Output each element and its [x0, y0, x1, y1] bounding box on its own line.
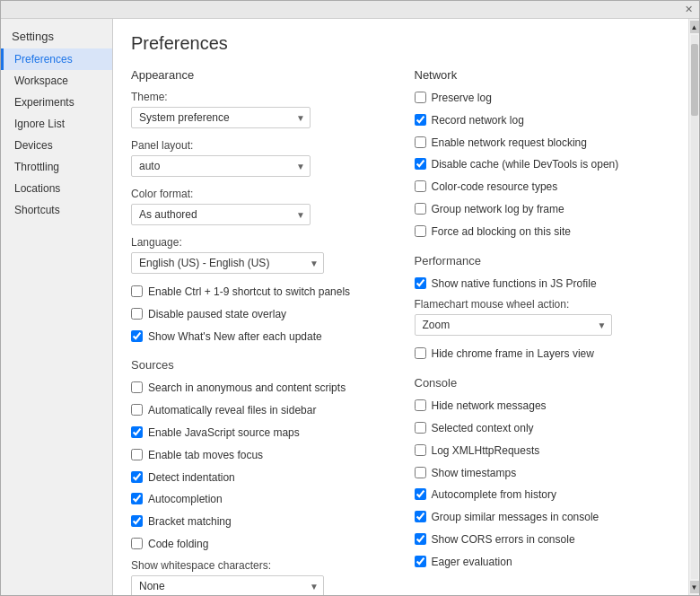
panel-layout-label: Panel layout:	[131, 139, 388, 152]
color-code-resources-label: Color-code resource types	[432, 180, 558, 195]
selected-context-only-checkbox[interactable]	[415, 422, 426, 434]
scroll-down-button[interactable]: ▼	[690, 581, 699, 593]
show-cors-errors-row: Show CORS errors in console	[415, 532, 671, 548]
ctrl-shortcut-checkbox[interactable]	[131, 285, 143, 297]
sidebar: Settings Preferences Workspace Experimen…	[1, 19, 113, 595]
group-similar-checkbox[interactable]	[415, 511, 426, 522]
appearance-title: Appearance	[131, 68, 388, 82]
right-column: Network Preserve log Record network log …	[415, 68, 671, 595]
flamechart-select-wrapper: Zoom Scroll ▼	[415, 314, 612, 336]
code-folding-checkbox[interactable]	[131, 538, 143, 549]
autocomplete-history-checkbox[interactable]	[415, 488, 426, 500]
close-button[interactable]: ✕	[681, 4, 696, 15]
sidebar-item-workspace[interactable]: Workspace	[1, 70, 112, 92]
panel-layout-select-wrapper: auto horizontal vertical ▼	[131, 155, 311, 177]
detect-indentation-checkbox[interactable]	[131, 471, 143, 483]
show-timestamps-label: Show timestamps	[432, 466, 517, 481]
force-ad-blocking-label: Force ad blocking on this site	[432, 224, 571, 240]
language-select-wrapper: English (US) - English (US) ▼	[131, 252, 324, 274]
panel-layout-select[interactable]: auto horizontal vertical	[131, 155, 311, 177]
page-title: Preferences	[131, 33, 670, 54]
enable-request-blocking-label: Enable network request blocking	[432, 136, 587, 151]
show-timestamps-checkbox[interactable]	[415, 467, 426, 478]
selected-context-only-label: Selected context only	[432, 421, 534, 436]
hide-chrome-frame-row: Hide chrome frame in Layers view	[415, 346, 671, 362]
color-format-label: Color format:	[131, 188, 388, 200]
scrollbar[interactable]: ▲ ▼	[688, 19, 699, 595]
flamechart-select[interactable]: Zoom Scroll	[415, 314, 612, 336]
ctrl-shortcut-label: Enable Ctrl + 1-9 shortcut to switch pan…	[148, 285, 350, 300]
sidebar-item-experiments[interactable]: Experiments	[1, 92, 112, 113]
group-similar-label: Group similar messages in console	[432, 510, 599, 525]
sidebar-item-ignore-list[interactable]: Ignore List	[1, 113, 112, 135]
color-format-select-wrapper: As authored HEX RGB HSL ▼	[131, 204, 311, 225]
whitespace-select-wrapper: None Trailing All ▼	[131, 575, 324, 595]
hide-network-messages-label: Hide network messages	[432, 399, 547, 414]
show-timestamps-row: Show timestamps	[415, 466, 671, 481]
language-select[interactable]: English (US) - English (US)	[131, 252, 324, 274]
tab-moves-focus-label: Enable tab moves focus	[148, 448, 263, 463]
left-column: Appearance Theme: System preference Ligh…	[131, 68, 388, 595]
disable-paused-checkbox[interactable]	[131, 308, 143, 320]
scroll-up-button[interactable]: ▲	[690, 21, 699, 33]
sidebar-item-locations[interactable]: Locations	[1, 178, 112, 199]
disable-cache-checkbox[interactable]	[415, 158, 426, 170]
log-xmlhttp-checkbox[interactable]	[415, 444, 426, 456]
console-title: Console	[415, 376, 671, 390]
sidebar-item-throttling[interactable]: Throttling	[1, 156, 112, 178]
js-source-maps-checkbox[interactable]	[131, 426, 143, 438]
title-bar: ✕	[1, 1, 699, 19]
code-folding-label: Code folding	[148, 537, 208, 552]
preserve-log-checkbox[interactable]	[415, 92, 426, 103]
autocompletion-label: Autocompletion	[148, 492, 223, 507]
autocompletion-checkbox[interactable]	[131, 493, 143, 504]
autocompletion-row: Autocompletion	[131, 492, 388, 507]
search-anonymous-checkbox[interactable]	[131, 381, 143, 393]
bracket-matching-label: Bracket matching	[148, 514, 232, 530]
hide-chrome-frame-checkbox[interactable]	[415, 347, 426, 359]
main-content: Preferences Appearance Theme: System pre…	[113, 19, 699, 595]
disable-cache-label: Disable cache (while DevTools is open)	[432, 157, 619, 172]
show-native-functions-checkbox[interactable]	[415, 277, 426, 289]
auto-reveal-checkbox[interactable]	[131, 404, 143, 416]
sidebar-item-shortcuts[interactable]: Shortcuts	[1, 199, 112, 221]
enable-request-blocking-row: Enable network request blocking	[415, 136, 671, 151]
sidebar-title: Settings	[1, 22, 112, 48]
auto-reveal-label: Automatically reveal files in sidebar	[148, 403, 316, 418]
theme-label: Theme:	[131, 91, 388, 103]
theme-select[interactable]: System preference Light Dark	[131, 107, 311, 128]
force-ad-blocking-checkbox[interactable]	[415, 225, 426, 237]
bracket-matching-checkbox[interactable]	[131, 515, 143, 527]
group-network-log-checkbox[interactable]	[415, 203, 426, 215]
eager-evaluation-checkbox[interactable]	[415, 556, 426, 567]
disable-cache-row: Disable cache (while DevTools is open)	[415, 157, 671, 172]
ctrl-shortcut-row: Enable Ctrl + 1-9 shortcut to switch pan…	[131, 285, 388, 300]
scroll-track[interactable]	[691, 35, 698, 579]
disable-paused-label: Disable paused state overlay	[148, 307, 286, 322]
record-network-log-label: Record network log	[432, 113, 524, 128]
search-anonymous-row: Search in anonymous and content scripts	[131, 381, 388, 396]
js-source-maps-label: Enable JavaScript source maps	[148, 425, 300, 441]
settings-scrollable[interactable]: Preferences Appearance Theme: System pre…	[113, 19, 688, 595]
color-format-select[interactable]: As authored HEX RGB HSL	[131, 204, 311, 225]
flamechart-label: Flamechart mouse wheel action:	[415, 298, 671, 311]
enable-request-blocking-checkbox[interactable]	[415, 136, 426, 148]
force-ad-blocking-row: Force ad blocking on this site	[415, 224, 671, 240]
autocomplete-history-label: Autocomplete from history	[432, 487, 556, 503]
eager-evaluation-label: Eager evaluation	[432, 555, 512, 570]
scroll-thumb[interactable]	[691, 44, 698, 116]
sidebar-item-preferences[interactable]: Preferences	[1, 48, 112, 70]
sidebar-item-devices[interactable]: Devices	[1, 135, 112, 156]
color-code-resources-checkbox[interactable]	[415, 180, 426, 192]
search-anonymous-label: Search in anonymous and content scripts	[148, 381, 346, 396]
group-network-log-label: Group network log by frame	[432, 202, 564, 217]
tab-moves-focus-checkbox[interactable]	[131, 449, 143, 460]
hide-chrome-frame-label: Hide chrome frame in Layers view	[432, 346, 594, 362]
hide-network-messages-checkbox[interactable]	[415, 399, 426, 411]
auto-reveal-row: Automatically reveal files in sidebar	[131, 403, 388, 418]
show-whats-new-checkbox[interactable]	[131, 330, 143, 342]
record-network-log-checkbox[interactable]	[415, 114, 426, 126]
show-cors-errors-checkbox[interactable]	[415, 533, 426, 545]
color-code-resources-row: Color-code resource types	[415, 180, 671, 195]
whitespace-select[interactable]: None Trailing All	[131, 575, 324, 595]
